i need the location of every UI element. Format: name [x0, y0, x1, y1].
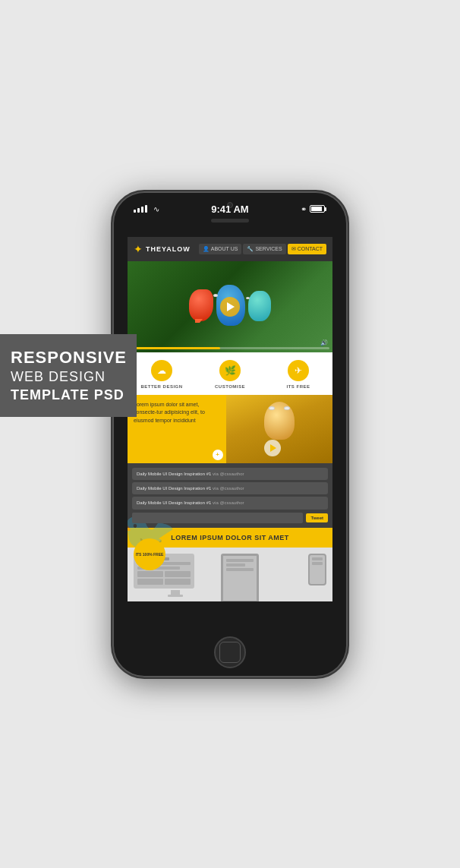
tweet-item-3: Daily Mobile UI Design Inspiration #1 vi…	[132, 497, 328, 509]
status-left: ∿	[134, 205, 159, 213]
tweet-list: Daily Mobile UI Design Inspiration #1 vi…	[132, 468, 328, 523]
tablet-lines	[226, 559, 254, 571]
phone-small-line-1	[312, 557, 323, 560]
signal-bar-3	[141, 207, 143, 213]
cloud-download-icon: ☁	[157, 365, 166, 376]
cartoon-character	[264, 402, 295, 456]
tablet-line-3	[226, 568, 254, 571]
monitor-stand	[171, 590, 180, 595]
nav-item-about[interactable]: 👤 ABOUT US	[199, 244, 242, 254]
grid-block-1	[137, 571, 163, 577]
logo-star-icon: ✦	[134, 243, 143, 255]
signal-bars	[134, 205, 147, 213]
grid-block-3	[137, 579, 163, 585]
tweet-text-1: Daily Mobile UI Design Inspiration #1	[137, 472, 211, 476]
content-image-inner	[226, 395, 332, 463]
char-body	[264, 402, 295, 440]
feature-icon-wrap-3: ✈	[288, 360, 309, 381]
bird-red	[189, 289, 213, 321]
expand-button[interactable]: +	[213, 450, 223, 460]
feature-item-free: ✈ ITS FREE	[264, 360, 332, 389]
tablet-line-1	[226, 559, 254, 562]
eye-blue	[213, 294, 218, 297]
content-text-block: Lorem ipsum dolor sit amet, consecte-tur…	[128, 395, 226, 463]
paper-plane-icon: ✈	[295, 365, 302, 376]
hero-bg	[128, 261, 332, 352]
lorem-title: LOREM IPSUM DOLOR SIT AMET	[134, 534, 326, 541]
char-eye-left	[269, 406, 275, 410]
grid-block-2	[165, 571, 191, 577]
leaf-icon: 🌿	[225, 365, 236, 376]
side-label: RESPONSIVE WEB DESIGN TEMPLATE PSD	[0, 334, 137, 417]
tablet-mockup	[221, 554, 304, 601]
video-progress-fill	[131, 347, 220, 349]
free-badge: ITS 100% FREE	[134, 538, 165, 570]
status-right: ⚭	[301, 205, 326, 213]
grid-block-4	[165, 579, 191, 585]
nav-contact-label: CONTACT	[298, 246, 323, 251]
feature-icon-wrap-1: ☁	[151, 360, 172, 381]
app-logo: ✦ THEYALOW	[134, 243, 191, 255]
video-progress-bar[interactable]	[131, 347, 329, 349]
app-navbar: ✦ THEYALOW 👤 ABOUT US 🔧 SERVICES ✉ CONTA…	[128, 237, 332, 261]
bluetooth-icon: ⚭	[301, 205, 307, 213]
phone-screen: ✦ THEYALOW 👤 ABOUT US 🔧 SERVICES ✉ CONTA…	[128, 237, 332, 601]
signal-bar-1	[134, 210, 136, 213]
home-button[interactable]	[214, 636, 246, 668]
feature-item-design: ☁ BETTER DESIGN	[128, 360, 196, 389]
tablet-line-2	[226, 563, 245, 567]
phone-mockup-small	[308, 554, 326, 601]
play-button[interactable]	[220, 297, 240, 317]
tweet-input-row: Tweet	[132, 513, 328, 523]
envelope-icon: ✉	[291, 246, 296, 252]
tweet-text-2: Daily Mobile UI Design Inspiration #1	[137, 486, 211, 491]
wrench-icon: 🔧	[247, 246, 254, 252]
volume-icon[interactable]: 🔊	[320, 339, 328, 346]
char-eye-right	[284, 406, 290, 410]
feature-icon-wrap-2: 🌿	[219, 360, 241, 381]
tweet-via-2: via @cssauthor	[213, 486, 244, 491]
beak-red	[195, 319, 203, 323]
bird-teal	[248, 291, 271, 321]
side-label-line3: TEMPLATE PSD	[11, 387, 126, 404]
tweet-via-1: via @cssauthor	[213, 472, 244, 476]
twitter-section: 🐦 Daily Mobile UI Design Inspiration #1 …	[128, 463, 332, 528]
content-play-icon	[270, 444, 276, 452]
phone-small-line-2	[312, 562, 323, 565]
status-bar: ∿ 9:41 AM ⚭	[112, 205, 348, 213]
devices-section: ITS 100% FREE	[128, 548, 332, 601]
tablet-screen	[221, 554, 259, 601]
tweet-input-field[interactable]	[132, 513, 303, 523]
tweet-submit-button[interactable]: Tweet	[306, 513, 328, 522]
feature-label-2: CUSTOMISE	[215, 384, 245, 389]
nav-item-contact[interactable]: ✉ CONTACT	[288, 244, 326, 254]
hero-area: 🔊	[128, 261, 332, 352]
phone-frame: ∿ 9:41 AM ⚭ ✦ THEYALOW	[112, 191, 348, 677]
side-label-line1: RESPONSIVE	[11, 348, 126, 368]
free-badge-text: ITS 100% FREE	[136, 552, 164, 557]
play-triangle-icon	[227, 302, 235, 311]
battery-icon	[310, 205, 326, 213]
page-wrapper: RESPONSIVE WEB DESIGN TEMPLATE PSD ∿ 9:4…	[0, 0, 460, 868]
nav-services-label: SERVICES	[255, 246, 282, 251]
content-play-button[interactable]	[264, 440, 281, 456]
home-button-inner	[219, 642, 241, 663]
eye-teal	[246, 297, 250, 299]
content-section: Lorem ipsum dolor sit amet, consecte-tur…	[128, 395, 332, 463]
tweet-text-3: Daily Mobile UI Design Inspiration #1	[137, 500, 211, 505]
person-icon: 👤	[203, 246, 210, 252]
nav-item-services[interactable]: 🔧 SERVICES	[243, 244, 285, 254]
logo-text: THEYALOW	[146, 245, 191, 253]
wifi-icon: ∿	[153, 205, 159, 213]
tweet-via-3: via @cssauthor	[213, 500, 244, 505]
nav-items: 👤 ABOUT US 🔧 SERVICES ✉ CONTACT	[199, 244, 326, 254]
device-grid	[137, 571, 191, 585]
tweet-item-2: Daily Mobile UI Design Inspiration #1 vi…	[132, 482, 328, 494]
feature-item-customise: 🌿 CUSTOMISE	[196, 360, 264, 389]
tweet-item-1: Daily Mobile UI Design Inspiration #1 vi…	[132, 468, 328, 480]
signal-bar-2	[137, 208, 140, 213]
side-label-line2: WEB DESIGN	[11, 368, 126, 387]
phone-speaker	[211, 219, 249, 223]
feature-label-3: ITS FREE	[286, 384, 310, 389]
phone-small-screen	[308, 554, 326, 586]
